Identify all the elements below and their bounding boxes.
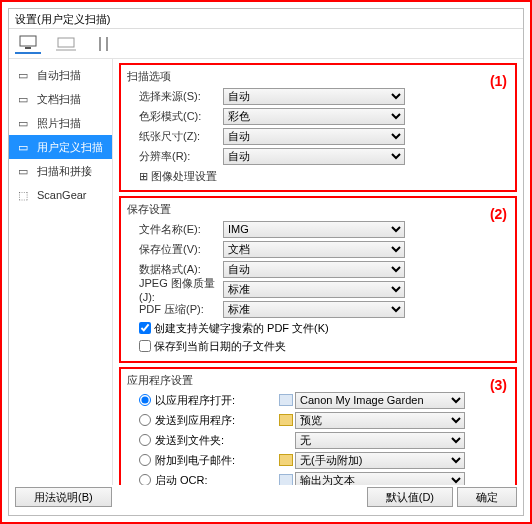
open-with-select[interactable]: Canon My Image Garden [295,392,465,409]
send-to-folder-select[interactable]: 无 [295,432,465,449]
scan-from-pc-tab-icon[interactable] [15,34,41,54]
document-scan-icon: ▭ [15,92,31,106]
send-to-app-label: 发送到应用程序: [155,413,235,428]
send-to-folder-label: 发送到文件夹: [155,433,224,448]
location-label: 保存位置(V): [127,242,223,257]
start-ocr-select[interactable]: 输出为文本 [295,472,465,486]
sidebar-label: 文档扫描 [37,92,81,107]
callout-2: (2) [490,206,507,222]
jpeg-select[interactable]: 标准 [223,281,405,298]
pdf-label: PDF 压缩(P): [127,302,223,317]
svg-rect-0 [20,36,36,46]
color-select[interactable]: 彩色 [223,108,405,125]
scan-from-panel-tab-icon[interactable] [53,34,79,54]
titlebar: 设置(用户定义扫描) [9,9,523,29]
window-title: 设置(用户定义扫描) [15,13,110,25]
app-icon [279,394,293,406]
sidebar-item-stitch[interactable]: ▭扫描和拼接 [9,159,112,183]
sidebar-item-auto[interactable]: ▭自动扫描 [9,63,112,87]
instructions-button[interactable]: 用法说明(B) [15,487,112,507]
photo-scan-icon: ▭ [15,116,31,130]
start-ocr-radio[interactable] [139,474,151,485]
sidebar-label: 用户定义扫描 [37,140,103,155]
plus-icon: ⊞ [139,170,148,183]
send-to-app-radio[interactable] [139,414,151,426]
top-tabs [9,29,523,59]
attach-email-radio[interactable] [139,454,151,466]
group-title: 扫描选项 [127,69,509,84]
send-to-app-select[interactable]: 预览 [295,412,465,429]
group-title: 应用程序设置 [127,373,509,388]
defaults-button[interactable]: 默认值(D) [367,487,453,507]
bottom-bar: 用法说明(B) 默认值(D) 确定 [15,485,517,509]
location-select[interactable]: 文档 [223,241,405,258]
open-with-label: 以应用程序打开: [155,393,235,408]
image-processing-expand[interactable]: ⊞图像处理设置 [127,169,217,184]
folder-icon [279,454,293,466]
size-label: 纸张尺寸(Z): [127,129,223,144]
main-panel: (1) 扫描选项 选择来源(S):自动 色彩模式(C):彩色 纸张尺寸(Z):自… [113,59,523,485]
res-label: 分辨率(R): [127,149,223,164]
auto-scan-icon: ▭ [15,68,31,82]
svg-rect-1 [25,47,31,49]
sidebar-item-document[interactable]: ▭文档扫描 [9,87,112,111]
jpeg-label: JPEG 图像质量(J): [127,276,223,303]
attach-email-select[interactable]: 无(手动附加) [295,452,465,469]
sidebar-item-custom[interactable]: ▭用户定义扫描 [9,135,112,159]
pdf-keyword-checkbox[interactable] [139,322,151,334]
sidebar: ▭自动扫描 ▭文档扫描 ▭照片扫描 ▭用户定义扫描 ▭扫描和拼接 ⬚ScanGe… [9,59,113,485]
custom-scan-icon: ▭ [15,140,31,154]
sidebar-item-scangear[interactable]: ⬚ScanGear [9,183,112,207]
sidebar-label: 自动扫描 [37,68,81,83]
callout-3: (3) [490,377,507,393]
annotated-screenshot: 设置(用户定义扫描) ▭自动扫描 ▭文档扫描 ▭照片扫描 ▭用户定义扫描 ▭扫描… [0,0,532,524]
size-select[interactable]: 自动 [223,128,405,145]
format-select[interactable]: 自动 [223,261,405,278]
filename-select[interactable]: IMG [223,221,405,238]
callout-1: (1) [490,73,507,89]
format-label: 数据格式(A): [127,262,223,277]
sidebar-label: ScanGear [37,189,87,201]
folder-icon [279,414,293,426]
ok-button[interactable]: 确定 [457,487,517,507]
send-to-folder-radio[interactable] [139,434,151,446]
res-select[interactable]: 自动 [223,148,405,165]
sidebar-label: 扫描和拼接 [37,164,92,179]
pdf-select[interactable]: 标准 [223,301,405,318]
dialog-window: 设置(用户定义扫描) ▭自动扫描 ▭文档扫描 ▭照片扫描 ▭用户定义扫描 ▭扫描… [8,8,524,516]
group-title: 保存设置 [127,202,509,217]
attach-email-label: 附加到电子邮件: [155,453,235,468]
date-subfolder-checkbox[interactable] [139,340,151,352]
start-ocr-label: 启动 OCR: [155,473,208,486]
filename-label: 文件名称(E): [127,222,223,237]
stitch-scan-icon: ▭ [15,164,31,178]
general-settings-tab-icon[interactable] [91,34,117,54]
source-select[interactable]: 自动 [223,88,405,105]
open-with-radio[interactable] [139,394,151,406]
image-processing-label: 图像处理设置 [151,169,217,184]
color-label: 色彩模式(C): [127,109,223,124]
source-label: 选择来源(S): [127,89,223,104]
svg-rect-2 [58,38,74,47]
group-scan-options: (1) 扫描选项 选择来源(S):自动 色彩模式(C):彩色 纸张尺寸(Z):自… [119,63,517,192]
sidebar-label: 照片扫描 [37,116,81,131]
sidebar-item-photo[interactable]: ▭照片扫描 [9,111,112,135]
pdf-keyword-label: 创建支持关键字搜索的 PDF 文件(K) [154,321,329,336]
group-app-settings: (3) 应用程序设置 以应用程序打开:Canon My Image Garden… [119,367,517,485]
date-subfolder-label: 保存到当前日期的子文件夹 [154,339,286,354]
app-icon [279,474,293,485]
group-save-settings: (2) 保存设置 文件名称(E):IMG 保存位置(V):文档 数据格式(A):… [119,196,517,363]
scangear-icon: ⬚ [15,188,31,202]
